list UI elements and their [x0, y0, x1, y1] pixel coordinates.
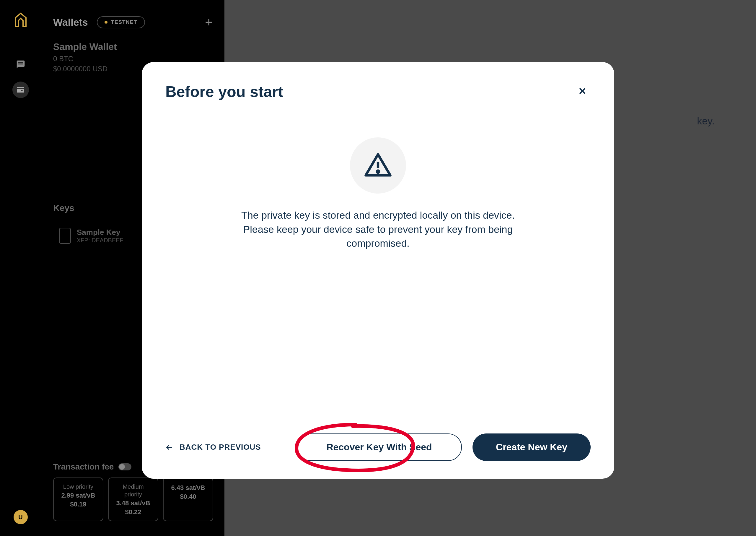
- create-new-key-button[interactable]: Create New Key: [472, 433, 591, 461]
- recover-key-button[interactable]: Recover Key With Seed: [297, 433, 462, 461]
- modal-footer: BACK TO PREVIOUS Recover Key With Seed C…: [165, 433, 591, 461]
- modal-description: The private key is stored and encrypted …: [235, 208, 521, 251]
- modal-title: Before you start: [165, 83, 283, 100]
- close-icon[interactable]: [574, 83, 591, 102]
- svg-point-1: [377, 171, 379, 173]
- warning-triangle-icon: [363, 151, 393, 180]
- back-label: BACK TO PREVIOUS: [179, 443, 261, 452]
- before-you-start-modal: Before you start The private key is stor…: [142, 62, 614, 479]
- arrow-left-icon: [165, 443, 173, 452]
- modal-header: Before you start: [165, 83, 591, 102]
- back-to-previous-button[interactable]: BACK TO PREVIOUS: [165, 443, 261, 452]
- modal-overlay: Before you start The private key is stor…: [0, 0, 756, 536]
- modal-body: The private key is stored and encrypted …: [165, 137, 591, 251]
- alert-circle: [350, 137, 406, 193]
